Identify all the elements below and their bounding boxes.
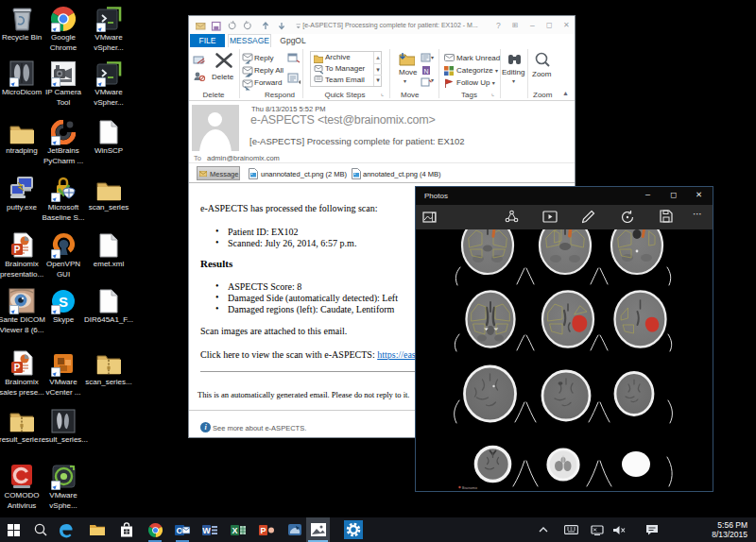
svg-text:N: N	[423, 68, 428, 75]
svg-text:P: P	[14, 245, 21, 255]
svg-text:W: W	[202, 526, 211, 535]
svg-text:Brainomix: Brainomix	[462, 486, 477, 490]
svg-text:P: P	[260, 526, 266, 535]
svg-text:X: X	[232, 526, 237, 535]
svg-text:O: O	[176, 526, 182, 535]
svg-text:P: P	[14, 363, 21, 373]
